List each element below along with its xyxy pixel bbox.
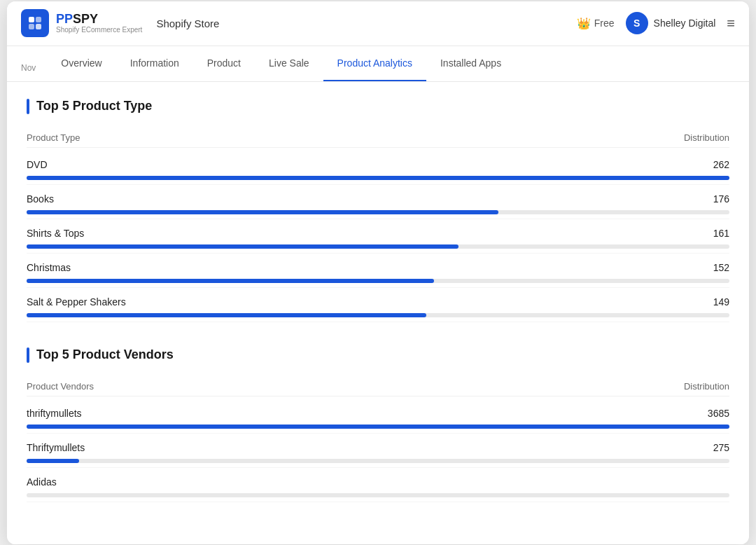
free-label: Free — [594, 18, 615, 29]
row-name: Shirts & Tops — [27, 228, 84, 239]
bar-track — [27, 425, 729, 429]
logo-name: PPSPY — [56, 13, 142, 25]
table-header-1: Product Type Distribution — [27, 128, 729, 148]
header: PPSPY Shopify ECommerce Expert Shopify S… — [7, 1, 749, 46]
user-avatar: S — [626, 12, 648, 34]
crown-icon: 👑 — [577, 17, 591, 30]
bar-track — [27, 493, 729, 497]
user-name: Shelley Digital — [654, 18, 716, 29]
row-value: 262 — [713, 159, 729, 170]
content-area: Top 5 Product Type Product Type Distribu… — [7, 82, 749, 544]
bar-fill — [27, 210, 498, 214]
product-type-rows: DVD 262 Books 176 Shirts & Tops 161 — [27, 151, 729, 322]
row-name: Adidas — [27, 476, 57, 488]
table-row: Salt & Pepper Shakers 149 — [27, 288, 729, 322]
row-name: Books — [27, 193, 54, 205]
section-product-vendors: Top 5 Product Vendors Product Vendors Di… — [27, 347, 729, 502]
row-name: thriftymullets — [27, 408, 82, 419]
bar-track — [27, 176, 729, 180]
col1-label-2: Product Vendors — [27, 381, 94, 392]
logo-sub: Shopify ECommerce Expert — [56, 27, 142, 34]
table-row: Books 176 — [27, 185, 729, 219]
tab-live-sale[interactable]: Live Sale — [255, 46, 323, 81]
table-row: Christmas 152 — [27, 254, 729, 288]
row-name: Christmas — [27, 262, 71, 273]
bar-fill — [27, 459, 79, 463]
row-value: 176 — [713, 193, 729, 205]
bar-track — [27, 313, 729, 317]
bar-fill — [27, 425, 729, 429]
svg-rect-0 — [29, 17, 34, 22]
row-value: 152 — [713, 262, 729, 273]
menu-icon[interactable]: ≡ — [727, 15, 735, 32]
svg-rect-1 — [36, 17, 41, 22]
section-title-bar-2 — [27, 347, 29, 363]
table-row: Thriftymullets 275 — [27, 434, 729, 468]
bar-fill — [27, 313, 426, 317]
logo-text: PPSPY Shopify ECommerce Expert — [56, 13, 142, 34]
section-title-bar-1 — [27, 99, 29, 114]
free-badge: 👑 Free — [577, 17, 615, 30]
section-product-type: Top 5 Product Type Product Type Distribu… — [27, 99, 729, 322]
row-name: DVD — [27, 159, 48, 170]
tab-information[interactable]: Information — [116, 46, 193, 81]
section-title-text-1: Top 5 Product Type — [36, 99, 152, 113]
header-right: 👑 Free S Shelley Digital ≡ — [577, 12, 735, 34]
col1-label-1: Product Type — [27, 132, 80, 143]
bar-track — [27, 459, 729, 463]
row-name: Thriftymullets — [27, 442, 85, 453]
row-name: Salt & Pepper Shakers — [27, 296, 126, 308]
store-name: Shopify Store — [156, 18, 219, 29]
logo-area: PPSPY Shopify ECommerce Expert — [21, 9, 142, 37]
bar-track — [27, 210, 729, 214]
row-value: 149 — [713, 296, 729, 308]
vendor-rows: thriftymullets 3685 Thriftymullets 275 A… — [27, 399, 729, 502]
table-header-2: Product Vendors Distribution — [27, 377, 729, 396]
bar-fill — [27, 244, 458, 249]
table-row: DVD 262 — [27, 151, 729, 185]
logo-icon — [21, 9, 49, 37]
bar-track — [27, 244, 729, 249]
table-row: thriftymullets 3685 — [27, 399, 729, 434]
row-value: 3685 — [708, 408, 729, 419]
bar-track — [27, 279, 729, 283]
tab-overview[interactable]: Overview — [47, 46, 115, 81]
tab-installed-apps[interactable]: Installed Apps — [426, 46, 515, 81]
table-row: Adidas — [27, 468, 729, 502]
bar-fill — [27, 176, 729, 180]
svg-rect-3 — [36, 24, 41, 29]
tab-product-analytics[interactable]: Product Analytics — [323, 46, 426, 81]
table-row: Shirts & Tops 161 — [27, 219, 729, 254]
nav-bar: Nov Overview Information Product Live Sa… — [7, 46, 749, 82]
user-badge[interactable]: S Shelley Digital — [626, 12, 716, 34]
app-window: PPSPY Shopify ECommerce Expert Shopify S… — [7, 1, 749, 544]
row-value: 275 — [713, 442, 729, 453]
nav-date: Nov — [21, 63, 36, 81]
col2-label-2: Distribution — [684, 381, 729, 392]
section-title-1: Top 5 Product Type — [27, 99, 729, 114]
bar-fill — [27, 279, 434, 283]
svg-rect-2 — [29, 24, 34, 29]
row-value: 161 — [713, 228, 729, 239]
tab-product[interactable]: Product — [193, 46, 255, 81]
section-title-text-2: Top 5 Product Vendors — [36, 347, 174, 362]
col2-label-1: Distribution — [684, 132, 729, 143]
section-title-2: Top 5 Product Vendors — [27, 347, 729, 363]
